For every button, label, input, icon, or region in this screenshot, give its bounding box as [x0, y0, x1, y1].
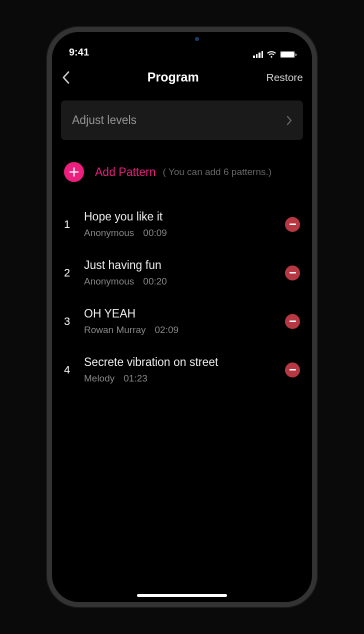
add-pattern-button[interactable]: [64, 162, 84, 182]
pattern-author: Anonymous: [84, 276, 134, 287]
back-button[interactable]: [58, 71, 80, 84]
pattern-row[interactable]: 4 Secrete vibration on street Melody 01:…: [61, 346, 303, 394]
pattern-info: Hope you like it Anonymous 00:09: [84, 210, 285, 238]
status-time: 9:41: [69, 46, 89, 58]
pattern-list: 1 Hope you like it Anonymous 00:09 2 Jus…: [61, 200, 303, 394]
pattern-info: Secrete vibration on street Melody 01:23: [84, 356, 285, 384]
cellular-signal-icon: [253, 51, 263, 58]
screen: 9:41 Program Restore Adjus: [52, 32, 312, 602]
pattern-meta: Melody 01:23: [84, 373, 285, 384]
add-pattern-label[interactable]: Add Pattern: [95, 166, 156, 179]
camera-dot: [195, 37, 199, 41]
pattern-meta: Anonymous 00:09: [84, 228, 285, 238]
adjust-levels-row[interactable]: Adjust levels: [61, 100, 303, 140]
delete-button[interactable]: [285, 266, 300, 280]
pattern-info: OH YEAH Rowan Murray 02:09: [84, 307, 285, 336]
pattern-meta: Anonymous 00:20: [84, 276, 285, 287]
pattern-number: 3: [64, 315, 84, 328]
pattern-title: Secrete vibration on street: [84, 356, 285, 369]
home-indicator[interactable]: [137, 594, 227, 597]
add-pattern-row: Add Pattern ( You can add 6 patterns.): [61, 162, 303, 182]
restore-button[interactable]: Restore: [266, 72, 303, 84]
notch: [127, 32, 237, 50]
pattern-duration: 01:23: [124, 373, 148, 384]
pattern-number: 2: [64, 266, 84, 280]
delete-button[interactable]: [285, 362, 300, 378]
phone-frame: 9:41 Program Restore Adjus: [47, 27, 317, 607]
status-icons: [253, 51, 295, 58]
adjust-levels-label: Adjust levels: [72, 114, 136, 127]
pattern-number: 1: [64, 218, 84, 231]
page-title: Program: [148, 70, 199, 84]
delete-button[interactable]: [285, 314, 300, 329]
pattern-info: Just having fun Anonymous 00:20: [84, 258, 285, 287]
pattern-author: Anonymous: [84, 228, 134, 238]
wifi-icon: [266, 51, 276, 58]
pattern-row[interactable]: 1 Hope you like it Anonymous 00:09: [61, 200, 303, 248]
pattern-number: 4: [64, 364, 84, 376]
pattern-author: Rowan Murray: [84, 324, 146, 336]
chevron-right-icon: [286, 116, 292, 126]
plus-icon: [69, 167, 79, 177]
pattern-row[interactable]: 2 Just having fun Anonymous 00:20: [61, 248, 303, 297]
battery-icon: [280, 51, 295, 58]
pattern-title: OH YEAH: [84, 307, 285, 320]
pattern-duration: 02:09: [155, 324, 179, 336]
pattern-title: Hope you like it: [84, 210, 285, 224]
pattern-author: Melody: [84, 373, 114, 384]
nav-bar: Program Restore: [52, 59, 312, 90]
pattern-duration: 00:09: [143, 228, 167, 238]
add-pattern-hint: ( You can add 6 patterns.): [162, 166, 272, 178]
content: Adjust levels Add Pattern ( You can add …: [52, 90, 312, 602]
pattern-row[interactable]: 3 OH YEAH Rowan Murray 02:09: [61, 297, 303, 346]
delete-button[interactable]: [285, 217, 300, 232]
pattern-duration: 00:20: [143, 276, 167, 287]
pattern-meta: Rowan Murray 02:09: [84, 324, 285, 336]
pattern-title: Just having fun: [84, 258, 285, 272]
